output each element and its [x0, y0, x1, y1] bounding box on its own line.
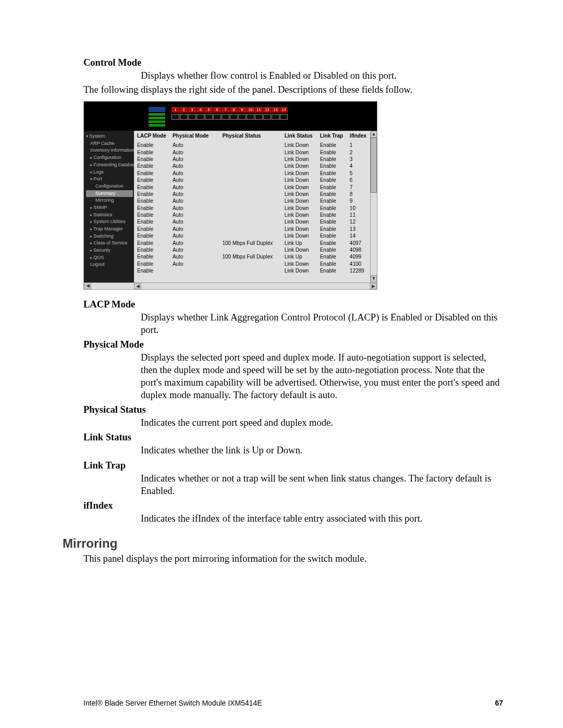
port-socket-icon[interactable] [230, 114, 238, 120]
nav-item[interactable]: Class of Service [86, 240, 133, 247]
nav-item[interactable]: Security [86, 247, 133, 254]
scroll-left-icon[interactable]: ◀ [134, 283, 141, 289]
table-cell: Enable [134, 204, 169, 211]
scroll-up-icon[interactable]: ▲ [371, 131, 377, 138]
table-cell: Enable [134, 212, 169, 218]
desc-lacp-mode: Displays whether Link Aggregation Contro… [141, 311, 503, 336]
nav-item[interactable]: SNMP [86, 204, 133, 212]
table-cell: 13 [347, 226, 370, 232]
table-row: EnableAutoLink DownEnable3 [134, 156, 370, 163]
port-number[interactable]: 7 [222, 107, 229, 113]
table-cell: 11 [347, 212, 370, 218]
table-cell: 4099 [347, 253, 370, 260]
port-number[interactable]: 3 [188, 107, 196, 113]
nav-item[interactable]: Forwarding Database [86, 162, 133, 169]
port-socket-icon[interactable] [213, 114, 221, 120]
mirroring-heading: Mirroring [63, 536, 503, 551]
port-number[interactable]: 1 [172, 107, 179, 113]
table-cell: Link Down [282, 177, 317, 183]
port-number[interactable]: 8 [230, 107, 238, 113]
port-socket-icon[interactable] [238, 114, 246, 120]
port-number[interactable]: 5 [205, 107, 213, 113]
nav-item[interactable]: Configuration [86, 183, 133, 190]
table-cell: Enable [317, 204, 347, 211]
table-row: EnableAuto100 Mbps Full DuplexLink UpEna… [134, 253, 370, 260]
table-row: EnableAutoLink DownEnable9 [134, 198, 370, 204]
horizontal-scrollbar[interactable]: ◀ ▶ [134, 282, 377, 289]
table-cell: Enable [134, 177, 169, 183]
nav-item[interactable]: ARP Cache [86, 140, 133, 147]
port-socket-icon[interactable] [272, 114, 279, 120]
table-cell: 3 [347, 156, 370, 163]
table-cell: Auto [169, 149, 219, 155]
nav-tree[interactable]: SystemARP CacheInventory InformationConf… [84, 131, 134, 289]
nav-horizontal-scrollbar[interactable]: ◀ [84, 282, 134, 289]
port-socket-icon[interactable] [197, 114, 204, 120]
port-number[interactable]: 6 [213, 107, 221, 113]
table-cell: 6 [347, 177, 370, 183]
nav-item[interactable]: Trap Manager [86, 226, 133, 233]
nav-item[interactable]: Switching [86, 233, 133, 240]
port-number[interactable]: 12 [263, 107, 271, 113]
table-cell: Auto [169, 232, 219, 239]
nav-item[interactable]: Logout [86, 261, 133, 268]
term-link-trap: Link Trap [83, 460, 503, 471]
table-header-row: LACP Mode Physical Mode Physical Status … [134, 131, 370, 142]
table-cell: 9 [347, 198, 370, 204]
table-cell: Auto [169, 212, 219, 218]
port-socket-icon[interactable] [180, 114, 188, 120]
port-number[interactable]: 2 [180, 107, 188, 113]
port-number[interactable]: 9 [238, 107, 246, 113]
table-row: EnableAutoLink DownEnable4100 [134, 260, 370, 267]
nav-item[interactable]: QOS [86, 254, 133, 262]
desc-physical-status: Indicates the current port speed and dup… [141, 416, 503, 429]
table-cell: Auto [169, 260, 219, 267]
port-socket-icon[interactable] [247, 114, 254, 120]
table-row: EnableAutoLink DownEnable13 [134, 226, 370, 232]
port-socket-icon[interactable] [280, 114, 288, 120]
table-cell: Auto [169, 191, 219, 198]
table-cell [219, 170, 282, 177]
nav-scroll-left-icon[interactable]: ◀ [84, 282, 91, 289]
nav-item[interactable]: Configuration [86, 154, 133, 162]
term-lacp-mode: LACP Mode [83, 299, 503, 310]
nav-item[interactable]: Statistics [86, 212, 133, 219]
port-number[interactable]: 13 [272, 107, 279, 113]
port-socket-icon[interactable] [205, 114, 213, 120]
port-socket-icon[interactable] [263, 114, 271, 120]
port-number[interactable]: 11 [255, 107, 263, 113]
port-socket-icon[interactable] [172, 114, 179, 120]
port-number[interactable]: 10 [247, 107, 254, 113]
port-number[interactable]: 4 [197, 107, 204, 113]
port-number[interactable]: 14 [280, 107, 288, 113]
table-cell: Auto [169, 226, 219, 232]
table-cell: Auto [169, 204, 219, 211]
vertical-scrollbar[interactable]: ▲ ▼ [370, 131, 377, 282]
port-socket-icon[interactable] [222, 114, 229, 120]
table-cell [219, 204, 282, 211]
scroll-right-icon[interactable]: ▶ [370, 283, 377, 289]
table-cell: Enable [134, 267, 169, 274]
table-cell: 12 [347, 218, 370, 225]
port-socket-icon[interactable] [255, 114, 263, 120]
table-cell: Auto [169, 253, 219, 260]
nav-item[interactable]: Port [86, 176, 133, 183]
nav-item[interactable]: System [86, 133, 133, 140]
table-cell: 10 [347, 204, 370, 211]
nav-item[interactable]: Inventory Information [86, 147, 133, 154]
scroll-down-icon[interactable]: ▼ [371, 275, 377, 282]
nav-item[interactable]: Summary [86, 190, 133, 198]
scroll-thumb[interactable] [371, 138, 377, 193]
device-graphic-icon [149, 107, 165, 128]
term-physical-status: Physical Status [83, 404, 503, 415]
col-physical-mode: Physical Mode [169, 131, 219, 142]
table-row: EnableAutoLink DownEnable6 [134, 177, 370, 183]
nav-item[interactable]: Mirroring [86, 197, 133, 204]
col-link-trap: Link Trap [317, 131, 347, 142]
port-socket-icon[interactable] [188, 114, 196, 120]
table-cell: 5 [347, 170, 370, 177]
table-cell: 14 [347, 232, 370, 239]
nav-item[interactable]: Logs [86, 169, 133, 176]
nav-item[interactable]: System Utilities [86, 218, 133, 226]
table-cell: Auto [169, 183, 219, 190]
